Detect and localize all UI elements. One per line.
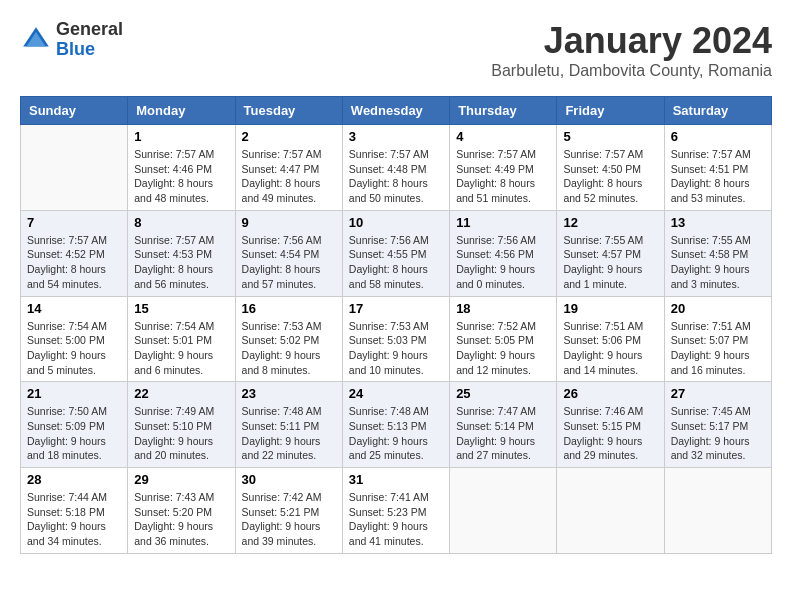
day-number: 13 [671, 215, 765, 230]
day-info: Sunrise: 7:50 AMSunset: 5:09 PMDaylight:… [27, 404, 121, 463]
table-row: 9Sunrise: 7:56 AMSunset: 4:54 PMDaylight… [235, 210, 342, 296]
day-number: 12 [563, 215, 657, 230]
table-row: 27Sunrise: 7:45 AMSunset: 5:17 PMDayligh… [664, 382, 771, 468]
table-row: 18Sunrise: 7:52 AMSunset: 5:05 PMDayligh… [450, 296, 557, 382]
table-row: 1Sunrise: 7:57 AMSunset: 4:46 PMDaylight… [128, 125, 235, 211]
day-info: Sunrise: 7:49 AMSunset: 5:10 PMDaylight:… [134, 404, 228, 463]
table-row: 31Sunrise: 7:41 AMSunset: 5:23 PMDayligh… [342, 468, 449, 554]
calendar-week-row: 1Sunrise: 7:57 AMSunset: 4:46 PMDaylight… [21, 125, 772, 211]
day-info: Sunrise: 7:47 AMSunset: 5:14 PMDaylight:… [456, 404, 550, 463]
day-info: Sunrise: 7:56 AMSunset: 4:56 PMDaylight:… [456, 233, 550, 292]
day-number: 18 [456, 301, 550, 316]
logo-general: General [56, 19, 123, 39]
day-info: Sunrise: 7:57 AMSunset: 4:49 PMDaylight:… [456, 147, 550, 206]
table-row: 24Sunrise: 7:48 AMSunset: 5:13 PMDayligh… [342, 382, 449, 468]
day-number: 8 [134, 215, 228, 230]
table-row: 19Sunrise: 7:51 AMSunset: 5:06 PMDayligh… [557, 296, 664, 382]
month-title: January 2024 [491, 20, 772, 62]
page-header: General Blue January 2024 Barbuletu, Dam… [20, 20, 772, 80]
table-row: 29Sunrise: 7:43 AMSunset: 5:20 PMDayligh… [128, 468, 235, 554]
header-sunday: Sunday [21, 97, 128, 125]
table-row: 13Sunrise: 7:55 AMSunset: 4:58 PMDayligh… [664, 210, 771, 296]
day-number: 30 [242, 472, 336, 487]
day-info: Sunrise: 7:41 AMSunset: 5:23 PMDaylight:… [349, 490, 443, 549]
day-info: Sunrise: 7:45 AMSunset: 5:17 PMDaylight:… [671, 404, 765, 463]
header-monday: Monday [128, 97, 235, 125]
table-row: 16Sunrise: 7:53 AMSunset: 5:02 PMDayligh… [235, 296, 342, 382]
day-info: Sunrise: 7:54 AMSunset: 5:00 PMDaylight:… [27, 319, 121, 378]
logo-text: General Blue [56, 20, 123, 60]
day-info: Sunrise: 7:48 AMSunset: 5:11 PMDaylight:… [242, 404, 336, 463]
day-number: 16 [242, 301, 336, 316]
header-friday: Friday [557, 97, 664, 125]
day-info: Sunrise: 7:55 AMSunset: 4:58 PMDaylight:… [671, 233, 765, 292]
day-number: 31 [349, 472, 443, 487]
day-number: 10 [349, 215, 443, 230]
day-info: Sunrise: 7:57 AMSunset: 4:53 PMDaylight:… [134, 233, 228, 292]
day-info: Sunrise: 7:53 AMSunset: 5:03 PMDaylight:… [349, 319, 443, 378]
header-saturday: Saturday [664, 97, 771, 125]
day-number: 17 [349, 301, 443, 316]
day-number: 24 [349, 386, 443, 401]
day-info: Sunrise: 7:57 AMSunset: 4:50 PMDaylight:… [563, 147, 657, 206]
day-number: 27 [671, 386, 765, 401]
table-row: 22Sunrise: 7:49 AMSunset: 5:10 PMDayligh… [128, 382, 235, 468]
calendar-week-row: 7Sunrise: 7:57 AMSunset: 4:52 PMDaylight… [21, 210, 772, 296]
table-row: 11Sunrise: 7:56 AMSunset: 4:56 PMDayligh… [450, 210, 557, 296]
day-info: Sunrise: 7:48 AMSunset: 5:13 PMDaylight:… [349, 404, 443, 463]
table-row: 3Sunrise: 7:57 AMSunset: 4:48 PMDaylight… [342, 125, 449, 211]
day-number: 15 [134, 301, 228, 316]
table-row: 20Sunrise: 7:51 AMSunset: 5:07 PMDayligh… [664, 296, 771, 382]
day-number: 1 [134, 129, 228, 144]
day-info: Sunrise: 7:57 AMSunset: 4:48 PMDaylight:… [349, 147, 443, 206]
table-row [664, 468, 771, 554]
day-number: 20 [671, 301, 765, 316]
day-number: 19 [563, 301, 657, 316]
day-info: Sunrise: 7:57 AMSunset: 4:52 PMDaylight:… [27, 233, 121, 292]
header-wednesday: Wednesday [342, 97, 449, 125]
day-info: Sunrise: 7:42 AMSunset: 5:21 PMDaylight:… [242, 490, 336, 549]
day-info: Sunrise: 7:57 AMSunset: 4:47 PMDaylight:… [242, 147, 336, 206]
day-number: 7 [27, 215, 121, 230]
table-row: 8Sunrise: 7:57 AMSunset: 4:53 PMDaylight… [128, 210, 235, 296]
day-info: Sunrise: 7:57 AMSunset: 4:51 PMDaylight:… [671, 147, 765, 206]
table-row: 5Sunrise: 7:57 AMSunset: 4:50 PMDaylight… [557, 125, 664, 211]
table-row: 21Sunrise: 7:50 AMSunset: 5:09 PMDayligh… [21, 382, 128, 468]
day-info: Sunrise: 7:46 AMSunset: 5:15 PMDaylight:… [563, 404, 657, 463]
table-row: 7Sunrise: 7:57 AMSunset: 4:52 PMDaylight… [21, 210, 128, 296]
table-row: 17Sunrise: 7:53 AMSunset: 5:03 PMDayligh… [342, 296, 449, 382]
table-row: 25Sunrise: 7:47 AMSunset: 5:14 PMDayligh… [450, 382, 557, 468]
table-row: 6Sunrise: 7:57 AMSunset: 4:51 PMDaylight… [664, 125, 771, 211]
day-number: 14 [27, 301, 121, 316]
day-info: Sunrise: 7:44 AMSunset: 5:18 PMDaylight:… [27, 490, 121, 549]
title-block: January 2024 Barbuletu, Dambovita County… [491, 20, 772, 80]
day-info: Sunrise: 7:53 AMSunset: 5:02 PMDaylight:… [242, 319, 336, 378]
day-info: Sunrise: 7:52 AMSunset: 5:05 PMDaylight:… [456, 319, 550, 378]
calendar-table: Sunday Monday Tuesday Wednesday Thursday… [20, 96, 772, 554]
day-info: Sunrise: 7:51 AMSunset: 5:07 PMDaylight:… [671, 319, 765, 378]
day-number: 29 [134, 472, 228, 487]
day-number: 9 [242, 215, 336, 230]
calendar-week-row: 28Sunrise: 7:44 AMSunset: 5:18 PMDayligh… [21, 468, 772, 554]
table-row: 12Sunrise: 7:55 AMSunset: 4:57 PMDayligh… [557, 210, 664, 296]
table-row: 4Sunrise: 7:57 AMSunset: 4:49 PMDaylight… [450, 125, 557, 211]
day-info: Sunrise: 7:56 AMSunset: 4:54 PMDaylight:… [242, 233, 336, 292]
day-info: Sunrise: 7:51 AMSunset: 5:06 PMDaylight:… [563, 319, 657, 378]
day-number: 2 [242, 129, 336, 144]
day-number: 3 [349, 129, 443, 144]
calendar-week-row: 21Sunrise: 7:50 AMSunset: 5:09 PMDayligh… [21, 382, 772, 468]
day-number: 21 [27, 386, 121, 401]
table-row [557, 468, 664, 554]
weekday-header-row: Sunday Monday Tuesday Wednesday Thursday… [21, 97, 772, 125]
day-number: 23 [242, 386, 336, 401]
location-title: Barbuletu, Dambovita County, Romania [491, 62, 772, 80]
day-info: Sunrise: 7:57 AMSunset: 4:46 PMDaylight:… [134, 147, 228, 206]
logo-blue: Blue [56, 39, 95, 59]
table-row [21, 125, 128, 211]
table-row: 10Sunrise: 7:56 AMSunset: 4:55 PMDayligh… [342, 210, 449, 296]
table-row: 28Sunrise: 7:44 AMSunset: 5:18 PMDayligh… [21, 468, 128, 554]
header-tuesday: Tuesday [235, 97, 342, 125]
day-info: Sunrise: 7:55 AMSunset: 4:57 PMDaylight:… [563, 233, 657, 292]
table-row: 30Sunrise: 7:42 AMSunset: 5:21 PMDayligh… [235, 468, 342, 554]
day-number: 11 [456, 215, 550, 230]
